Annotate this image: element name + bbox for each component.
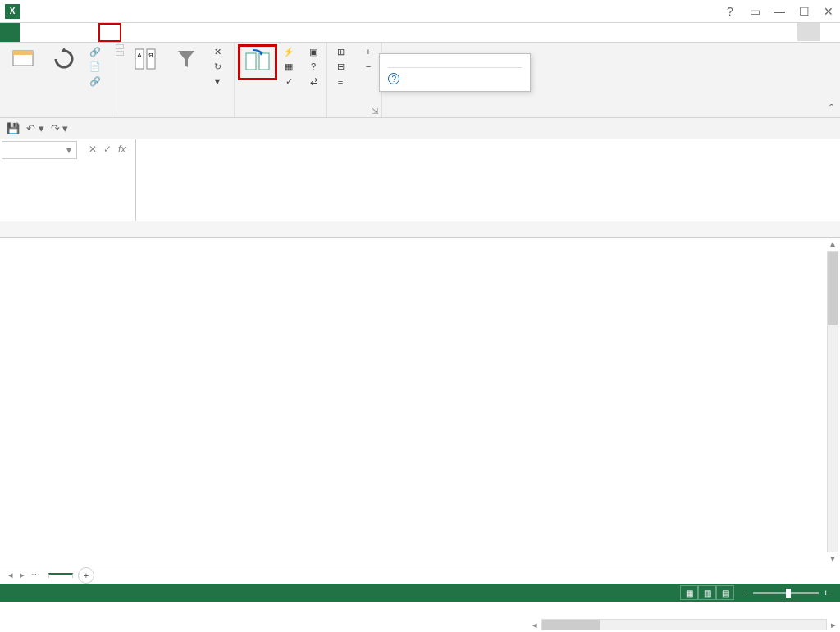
group-sort-filter-label: [116, 114, 231, 117]
group-connections-label: [3, 114, 108, 117]
advanced-filter-button[interactable]: ▼: [208, 74, 231, 89]
maximize-icon[interactable]: ☐: [792, 3, 815, 20]
data-validation-icon: ✓: [282, 75, 295, 88]
clear-filter-button[interactable]: ✕: [208, 44, 231, 59]
sheet-nav-menu[interactable]: ⋯: [28, 570, 43, 580]
connections-button[interactable]: 🔗: [85, 44, 108, 59]
reapply-button[interactable]: ↻: [208, 59, 231, 74]
redo-button[interactable]: ↷ ▾: [51, 122, 69, 134]
quick-access-row: 💾 ↶ ▾ ↷ ▾: [0, 118, 840, 139]
ribbon-tabs: [0, 23, 840, 43]
scroll-down-icon[interactable]: ▾: [825, 552, 840, 566]
minimize-icon[interactable]: —: [768, 3, 791, 20]
fx-icon[interactable]: fx: [118, 143, 126, 155]
clear-icon: ✕: [211, 45, 224, 58]
subtotal-button[interactable]: ≡: [331, 74, 354, 89]
save-icon[interactable]: 💾: [7, 122, 20, 134]
group-icon: ⊞: [334, 45, 347, 58]
consolidate-button[interactable]: ▣: [304, 44, 323, 59]
tab-file[interactable]: [0, 23, 20, 42]
data-validation-button[interactable]: ✓: [279, 74, 302, 89]
tab-view[interactable]: [141, 23, 161, 42]
tab-developer[interactable]: [161, 23, 180, 42]
what-if-icon: ?: [307, 60, 320, 73]
sheet-tab-bar: ◂ ▸ ⋯ + ◂ ▸: [0, 566, 840, 584]
ungroup-icon: ⊟: [334, 60, 347, 73]
view-page-layout-button[interactable]: ▥: [698, 585, 716, 600]
reapply-icon: ↻: [211, 60, 224, 73]
tab-data[interactable]: [98, 23, 121, 42]
tab-formulas[interactable]: [79, 23, 98, 42]
svg-rect-1: [13, 51, 33, 55]
properties-button[interactable]: 📄: [85, 59, 108, 74]
view-normal-button[interactable]: ▦: [680, 585, 698, 600]
tab-page-layout[interactable]: [59, 23, 79, 42]
tab-insert[interactable]: [39, 23, 59, 42]
connections-icon: 🔗: [89, 45, 102, 58]
scroll-right-icon[interactable]: ▸: [827, 620, 840, 630]
zoom-slider[interactable]: [753, 592, 819, 594]
collapse-ribbon-button[interactable]: ˆ: [829, 102, 833, 116]
filter-icon: [173, 46, 199, 72]
undo-button[interactable]: ↶ ▾: [26, 122, 44, 134]
refresh-icon: [51, 46, 77, 72]
group-button[interactable]: ⊞: [331, 44, 354, 59]
tab-home[interactable]: [20, 23, 39, 42]
tab-review[interactable]: [121, 23, 141, 42]
flash-fill-icon: ⚡: [282, 45, 295, 58]
spreadsheet-grid[interactable]: ▴ ▾: [0, 221, 840, 566]
name-box[interactable]: ▾: [2, 141, 77, 159]
refresh-all-button[interactable]: [44, 44, 84, 75]
vertical-scrollbar[interactable]: ▴ ▾: [825, 238, 840, 566]
hide-detail-button[interactable]: −: [358, 59, 378, 74]
consolidate-icon: ▣: [307, 45, 320, 58]
help-icon[interactable]: ?: [719, 3, 742, 20]
sort-za-button[interactable]: [116, 51, 124, 56]
add-sheet-button[interactable]: +: [78, 567, 94, 584]
formula-bar: ▾ ✕ ✓ fx ?: [0, 139, 840, 221]
sheet-tab-active[interactable]: [48, 573, 73, 578]
user-icon[interactable]: [797, 23, 820, 41]
get-external-data-icon: [10, 46, 36, 72]
edit-links-button[interactable]: 🔗: [85, 74, 108, 89]
svg-rect-7: [259, 53, 269, 70]
advanced-icon: ▼: [211, 75, 224, 88]
horizontal-scrollbar[interactable]: ◂ ▸: [528, 617, 840, 632]
what-if-button[interactable]: ?: [304, 59, 323, 74]
zoom-in-button[interactable]: +: [824, 588, 829, 598]
edit-links-icon: 🔗: [89, 75, 102, 88]
relationships-button[interactable]: ⇄: [304, 74, 323, 89]
hide-detail-icon: −: [362, 60, 375, 73]
flash-fill-button[interactable]: ⚡: [279, 44, 302, 59]
outline-dialog-launcher[interactable]: ⇲: [372, 107, 378, 116]
show-detail-button[interactable]: +: [358, 44, 378, 59]
sort-az-button[interactable]: [116, 44, 124, 49]
relationships-icon: ⇄: [307, 75, 320, 88]
tooltip-more-link[interactable]: ?: [388, 67, 522, 84]
show-detail-icon: +: [362, 45, 375, 58]
close-icon[interactable]: ✕: [817, 3, 840, 20]
sheet-nav-prev[interactable]: ◂: [5, 570, 16, 580]
sort-button[interactable]: АЯ: [126, 44, 165, 75]
formula-input[interactable]: ?: [135, 139, 840, 221]
ribbon-options-icon[interactable]: ▭: [743, 3, 766, 20]
view-page-break-button[interactable]: ▤: [716, 585, 734, 600]
name-box-dropdown-icon[interactable]: ▾: [66, 144, 71, 156]
cancel-formula-icon[interactable]: ✕: [89, 143, 97, 155]
scroll-up-icon[interactable]: ▴: [825, 238, 840, 251]
status-bar: ▦ ▥ ▤ − +: [0, 584, 840, 602]
filter-button[interactable]: [167, 44, 206, 75]
get-external-data-button[interactable]: [3, 44, 43, 75]
group-data-tools-label: [238, 114, 323, 117]
ungroup-button[interactable]: ⊟: [331, 59, 354, 74]
accept-formula-icon[interactable]: ✓: [103, 143, 112, 155]
collapse-ribbon-icon[interactable]: [824, 23, 840, 42]
title-bar: X ? ▭ — ☐ ✕: [0, 0, 840, 23]
scroll-left-icon[interactable]: ◂: [528, 620, 541, 630]
remove-duplicates-button[interactable]: ▦: [279, 59, 302, 74]
text-to-columns-icon: [244, 48, 271, 75]
text-to-columns-button[interactable]: [238, 44, 277, 80]
sheet-nav-next[interactable]: ▸: [16, 570, 28, 580]
zoom-out-button[interactable]: −: [742, 588, 747, 598]
sort-icon: АЯ: [132, 46, 158, 72]
